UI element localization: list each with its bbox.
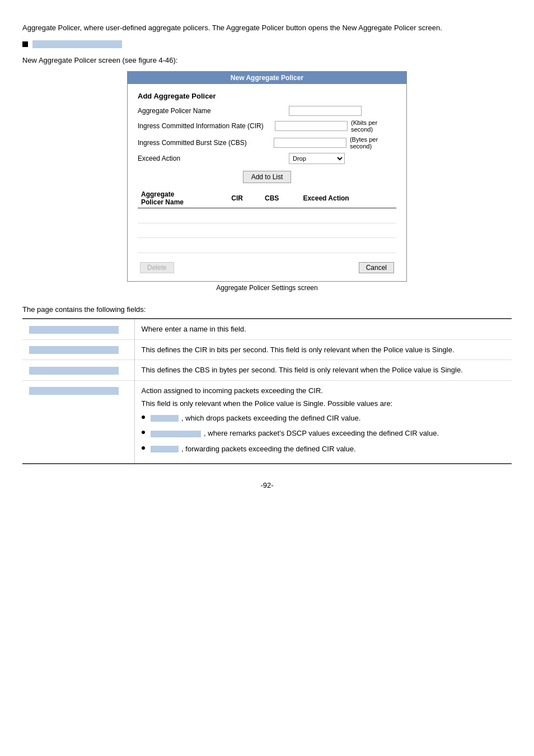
empty-cell [138,208,228,223]
add-to-list-button[interactable]: Add to List [243,171,292,183]
col-header-cir: CIR [228,189,261,208]
bullet-icon [142,431,145,434]
empty-cell [261,238,299,253]
bullet-square-icon [22,41,28,47]
col-header-name: AggregatePolicer Name [138,189,228,208]
cbs-unit: (Bytes per second) [350,136,396,150]
form-label-exceed: Exceed Action [138,155,289,162]
drop-highlight [151,415,179,422]
screen-reference-label: New Aggregate Policer screen (see figure… [22,55,512,66]
empty-cell [299,208,396,223]
fields-section: The page contains the following fields: … [22,305,512,464]
empty-cell [228,238,261,253]
exceed-desc-2: This field is only relevant when the Pol… [142,398,505,409]
col-header-cbs: CBS [261,189,299,208]
fields-section-title: The page contains the following fields: [22,305,512,314]
bullet-text-forward: , forwarding packets exceeding the defin… [151,444,356,455]
empty-cell [138,238,228,253]
field-cell-desc: This defines the CBS in bytes per second… [134,360,512,381]
dialog-footer: Delete Cancel [138,259,396,276]
field-name-highlight [29,326,119,334]
field-row-exceed: Action assigned to incoming packets exce… [22,380,512,464]
exceed-bullet-list: , which drops packets exceeding the defi… [142,413,505,455]
remark-highlight [151,431,201,437]
field-cell-desc: Where enter a name in this field. [134,319,512,339]
field-cell-desc: This defines the CIR in bits per second.… [134,339,512,360]
page-number: -92- [22,481,512,489]
empty-cell [228,223,261,238]
bullet-icon [142,446,145,450]
bullet-highlight-row [22,40,512,48]
highlight-bar [32,40,122,48]
policer-table: AggregatePolicer Name CIR CBS Exceed Act… [138,189,396,253]
bullet-item-remark: , where remarks packet's DSCP values exc… [142,428,505,439]
field-cell-desc: Action assigned to incoming packets exce… [134,380,512,464]
delete-button[interactable]: Delete [140,262,174,273]
cancel-button[interactable]: Cancel [359,262,394,273]
cir-unit: (Kbits per second) [351,119,396,133]
dialog-screenshot-wrapper: New Aggregate Policer Add Aggregate Poli… [22,71,512,300]
exceed-desc-1: Action assigned to incoming packets exce… [142,385,505,396]
table-body [138,208,396,253]
dialog-caption: Aggregate Policer Settings screen [216,284,317,292]
field-cell-label [22,339,134,360]
exceed-action-select[interactable]: Drop Remark Forward [289,153,345,164]
dialog-titlebar: New Aggregate Policer [128,72,406,84]
field-cbs-highlight [29,367,119,375]
empty-cell [261,223,299,238]
bullet-icon [142,416,145,419]
dialog-body: Add Aggregate Policer Aggregate Policer … [128,84,406,281]
cbs-input[interactable] [274,138,346,148]
bullet-item-forward: , forwarding packets exceeding the defin… [142,444,505,455]
field-exceed-highlight [29,387,119,395]
table-row [138,223,396,238]
empty-cell [299,238,396,253]
field-cell-label [22,360,134,381]
field-cell-label [22,319,134,339]
field-row-cbs: This defines the CBS in bytes per second… [22,360,512,381]
form-label-cbs: Ingress Committed Burst Size (CBS) [138,139,274,147]
intro-paragraph: Aggregate Policer, where user-defined ag… [22,22,512,34]
table-row [138,238,396,253]
empty-cell [138,223,228,238]
dialog-box: New Aggregate Policer Add Aggregate Poli… [127,71,407,282]
bullet-item-drop: , which drops packets exceeding the defi… [142,413,505,424]
form-row-cir: Ingress Committed Information Rate (CIR)… [138,119,396,133]
form-label-name: Aggregate Policer Name [138,107,289,115]
field-row-name: Where enter a name in this field. [22,319,512,339]
form-row-cbs: Ingress Committed Burst Size (CBS) (Byte… [138,136,396,150]
policer-name-input[interactable] [289,106,362,116]
dialog-section-title: Add Aggregate Policer [138,92,396,100]
forward-highlight [151,446,179,452]
col-header-exceed: Exceed Action [299,189,396,208]
form-label-cir: Ingress Committed Information Rate (CIR) [138,122,275,130]
field-cir-highlight [29,346,119,354]
fields-table: Where enter a name in this field. This d… [22,318,512,464]
field-row-cir: This defines the CIR in bits per second.… [22,339,512,360]
bullet-text-remark: , where remarks packet's DSCP values exc… [151,428,439,439]
field-cell-label [22,380,134,464]
cir-input[interactable] [275,121,348,131]
form-row-name: Aggregate Policer Name [138,106,396,116]
form-row-exceed: Exceed Action Drop Remark Forward [138,153,396,164]
empty-cell [228,208,261,223]
empty-cell [299,223,396,238]
table-row [138,208,396,223]
empty-cell [261,208,299,223]
bullet-text-drop: , which drops packets exceeding the defi… [151,413,361,424]
